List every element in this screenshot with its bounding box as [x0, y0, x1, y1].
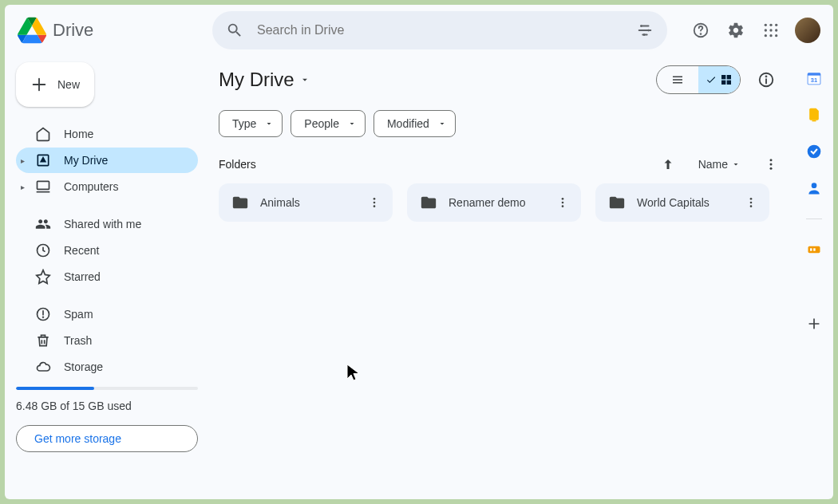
- svg-point-1: [647, 30, 650, 32]
- sidebar-item-label: Shared with me: [64, 218, 141, 230]
- folder-icon: [231, 194, 249, 211]
- grid-icon: [720, 73, 733, 86]
- svg-point-31: [562, 202, 564, 204]
- rail-app-icon[interactable]: [806, 242, 822, 258]
- filter-people[interactable]: People: [291, 110, 366, 137]
- brand-name: Drive: [53, 20, 93, 41]
- sidebar-item-spam[interactable]: Spam: [16, 301, 198, 327]
- svg-point-7: [775, 24, 777, 26]
- search-icon[interactable]: [219, 14, 251, 46]
- breadcrumb-title[interactable]: My Drive: [219, 69, 310, 91]
- new-button[interactable]: New: [16, 62, 94, 107]
- list-icon: [670, 73, 685, 87]
- cloud-icon: [35, 359, 51, 375]
- sidebar-item-trash[interactable]: Trash: [16, 328, 198, 353]
- svg-point-10: [775, 29, 777, 31]
- sidebar-item-shared[interactable]: Shared with me: [16, 211, 198, 237]
- account-avatar[interactable]: [795, 18, 820, 43]
- svg-rect-20: [721, 81, 725, 85]
- search-options-icon[interactable]: [629, 14, 661, 46]
- sidebar-item-recent[interactable]: Recent: [16, 238, 198, 263]
- sort-direction-icon[interactable]: [657, 153, 679, 175]
- svg-point-8: [765, 29, 767, 31]
- sidebar-item-label: My Drive: [64, 154, 108, 167]
- folder-item[interactable]: Renamer demo: [407, 183, 581, 222]
- sidebar: New Home ▸ My Drive ▸ Computers Shared w…: [5, 56, 209, 499]
- svg-point-35: [750, 205, 753, 207]
- add-rail-icon[interactable]: [806, 316, 822, 332]
- side-rail: 31: [795, 56, 833, 499]
- page-title: My Drive: [219, 69, 294, 91]
- svg-point-23: [766, 76, 767, 77]
- help-icon[interactable]: [685, 14, 717, 46]
- dropdown-icon: [264, 119, 274, 128]
- new-button-label: New: [57, 78, 80, 91]
- folder-item[interactable]: Animals: [219, 183, 393, 222]
- svg-rect-39: [812, 120, 816, 122]
- svg-rect-44: [813, 248, 816, 250]
- sidebar-item-label: Starred: [64, 270, 101, 283]
- svg-point-26: [770, 167, 773, 170]
- filter-type[interactable]: Type: [219, 110, 283, 137]
- folder-name: Renamer demo: [449, 196, 540, 209]
- svg-point-11: [765, 34, 767, 37]
- home-icon: [35, 126, 51, 142]
- search-bar[interactable]: [212, 11, 667, 49]
- drive-icon: [35, 152, 51, 168]
- svg-point-28: [374, 202, 376, 204]
- svg-point-27: [374, 198, 376, 200]
- logo-area[interactable]: Drive: [18, 16, 206, 45]
- sidebar-item-label: Computers: [64, 180, 118, 193]
- folder-more-icon[interactable]: [551, 191, 575, 215]
- apps-icon[interactable]: [755, 14, 787, 46]
- svg-point-5: [765, 24, 767, 26]
- sidebar-item-storage[interactable]: Storage: [16, 354, 198, 380]
- contacts-icon[interactable]: [806, 180, 822, 196]
- trash-icon: [35, 333, 51, 348]
- settings-icon[interactable]: [720, 14, 752, 46]
- rail-divider: [806, 219, 822, 219]
- section-label: Folders: [219, 158, 256, 171]
- svg-point-41: [812, 183, 817, 188]
- svg-point-9: [769, 29, 772, 31]
- dropdown-icon: [299, 74, 310, 85]
- svg-point-12: [769, 34, 772, 37]
- folder-item[interactable]: World Capitals: [595, 183, 769, 222]
- filter-modified[interactable]: Modified: [374, 110, 456, 137]
- filter-row: Type People Modified: [219, 110, 782, 137]
- sort-by-name[interactable]: Name: [698, 158, 741, 171]
- expand-icon[interactable]: ▸: [21, 183, 25, 191]
- more-options-icon[interactable]: [760, 153, 782, 175]
- clock-icon: [35, 242, 51, 258]
- sidebar-item-computers[interactable]: ▸ Computers: [16, 174, 198, 199]
- tasks-icon[interactable]: [806, 144, 822, 159]
- sidebar-item-home[interactable]: Home: [16, 121, 198, 147]
- computer-icon: [35, 179, 51, 195]
- grid-view-button[interactable]: [698, 66, 740, 93]
- svg-point-0: [640, 25, 642, 27]
- folder-more-icon[interactable]: [739, 191, 763, 215]
- get-storage-button[interactable]: Get more storage: [16, 425, 198, 452]
- list-view-button[interactable]: [657, 66, 698, 93]
- svg-point-13: [775, 34, 777, 37]
- svg-text:31: 31: [811, 77, 817, 84]
- details-icon[interactable]: [750, 64, 782, 96]
- dropdown-icon: [731, 159, 741, 169]
- sidebar-item-starred[interactable]: Starred: [16, 264, 198, 289]
- sidebar-item-label: Home: [64, 128, 93, 140]
- folder-name: Animals: [260, 196, 351, 209]
- star-icon: [35, 269, 51, 285]
- calendar-icon[interactable]: 31: [806, 70, 822, 86]
- expand-icon[interactable]: ▸: [21, 156, 25, 165]
- folder-icon: [420, 194, 437, 211]
- storage-text: 6.48 GB of 15 GB used: [16, 400, 198, 412]
- keep-icon[interactable]: [806, 107, 822, 123]
- search-input[interactable]: [251, 23, 629, 37]
- svg-point-2: [643, 33, 646, 36]
- svg-point-4: [701, 33, 702, 34]
- main-content: My Drive: [209, 56, 795, 499]
- sidebar-item-my-drive[interactable]: ▸ My Drive: [16, 148, 198, 173]
- svg-point-34: [750, 202, 753, 204]
- folder-icon: [608, 194, 626, 211]
- folder-more-icon[interactable]: [362, 191, 386, 215]
